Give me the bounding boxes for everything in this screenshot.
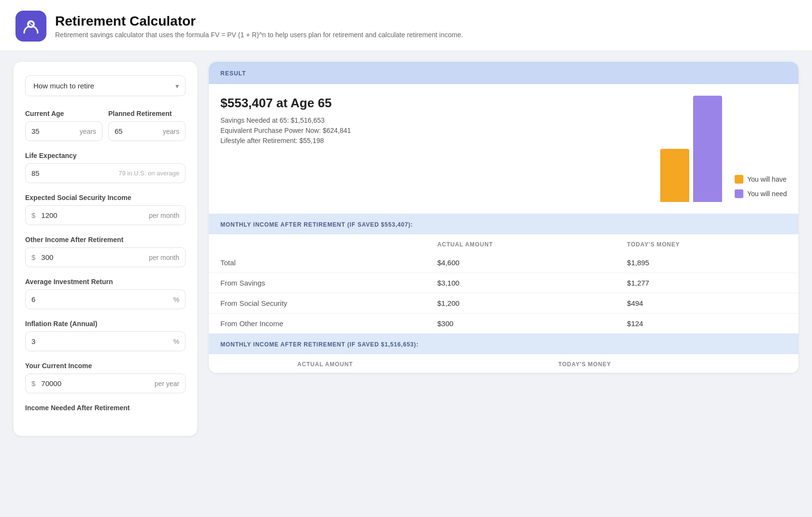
app-subtitle: Retirement savings calculator that uses … xyxy=(55,31,463,39)
chart-legend: You will have You will need xyxy=(735,175,787,202)
life-expectancy-group: Life Expectancy 79 in U.S. on average xyxy=(25,152,186,183)
life-expectancy-input[interactable] xyxy=(26,164,118,183)
inflation-rate-suffix: % xyxy=(174,338,185,345)
income-table-2-col-today: TODAY'S MONEY xyxy=(547,354,798,373)
current-income-input[interactable] xyxy=(35,374,154,393)
header-text: Retirement Calculator Retirement savings… xyxy=(55,14,463,39)
other-income-group: Other Income After Retirement $ per mont… xyxy=(25,236,186,267)
investment-return-input-wrapper: % xyxy=(25,289,186,309)
social-security-suffix: per month xyxy=(149,212,185,219)
social-security-group: Expected Social Security Income $ per mo… xyxy=(25,194,186,225)
result-title: $553,407 at Age 65 xyxy=(220,96,651,111)
income-section-2-label: MONTHLY INCOME AFTER RETIREMENT (IF SAVE… xyxy=(220,341,419,348)
calculator-type-dropdown-container: How much to retire Am I on track? Monthl… xyxy=(25,75,186,96)
calculator-type-select[interactable]: How much to retire Am I on track? Monthl… xyxy=(25,75,186,96)
life-expectancy-label: Life Expectancy xyxy=(25,152,186,159)
income-table-1-col-empty xyxy=(209,234,426,253)
bar-chart xyxy=(660,96,727,202)
app-header: Retirement Calculator Retirement savings… xyxy=(0,0,812,50)
row-label: Total xyxy=(209,253,426,273)
row-today: $124 xyxy=(615,314,798,334)
income-table-2: ACTUAL AMOUNT TODAY'S MONEY xyxy=(209,354,798,373)
income-needed-group: Income Needed After Retirement xyxy=(25,404,186,412)
income-section-1-label: MONTHLY INCOME AFTER RETIREMENT (IF SAVE… xyxy=(220,221,413,228)
current-income-suffix: per year xyxy=(155,380,185,388)
savings-needed-text: Savings Needed at 65: $1,516,653 xyxy=(220,116,651,124)
table-row: From Social Security $1,200 $494 xyxy=(209,293,798,314)
legend-purple-dot xyxy=(735,189,743,198)
planned-retirement-input[interactable] xyxy=(109,122,163,141)
investment-return-suffix: % xyxy=(174,296,185,303)
current-income-prefix: $ xyxy=(26,379,35,388)
current-income-input-wrapper: $ per year xyxy=(25,373,186,393)
current-age-label: Current Age xyxy=(25,110,102,117)
row-today: $1,895 xyxy=(615,253,798,273)
result-text: $553,407 at Age 65 Savings Needed at 65:… xyxy=(220,96,651,147)
income-table-1-col-today: TODAY'S MONEY xyxy=(615,234,798,253)
legend-you-will-have-label: You will have xyxy=(747,175,786,183)
income-section-2-header: MONTHLY INCOME AFTER RETIREMENT (IF SAVE… xyxy=(209,334,798,354)
current-age-input[interactable] xyxy=(26,122,80,141)
result-header-label: RESULT xyxy=(220,70,246,77)
income-table-1-col-actual: ACTUAL AMOUNT xyxy=(426,234,616,253)
chart-container: You will have You will need xyxy=(660,96,787,206)
current-income-label: Your Current Income xyxy=(25,362,186,370)
table-row: From Other Income $300 $124 xyxy=(209,314,798,334)
inflation-rate-group: Inflation Rate (Annual) % xyxy=(25,320,186,351)
legend-you-will-have: You will have xyxy=(735,175,787,184)
social-security-label: Expected Social Security Income xyxy=(25,194,186,201)
bar-you-will-have xyxy=(660,149,689,202)
result-main-section: $553,407 at Age 65 Savings Needed at 65:… xyxy=(209,84,798,214)
life-expectancy-input-wrapper: 79 in U.S. on average xyxy=(25,163,186,183)
row-actual: $3,100 xyxy=(426,273,616,293)
row-today: $1,277 xyxy=(615,273,798,293)
income-section-1: MONTHLY INCOME AFTER RETIREMENT (IF SAVE… xyxy=(209,214,798,334)
result-details: Savings Needed at 65: $1,516,653 Equival… xyxy=(220,116,651,144)
row-label: From Other Income xyxy=(209,314,426,334)
table-row: Total $4,600 $1,895 xyxy=(209,253,798,273)
right-panel: RESULT $553,407 at Age 65 Savings Needed… xyxy=(209,62,798,373)
equivalent-power-text: Equivalent Purchase Power Now: $624,841 xyxy=(220,127,651,134)
planned-retirement-suffix: years xyxy=(163,128,185,135)
social-security-input-wrapper: $ per month xyxy=(25,205,186,225)
result-header: RESULT xyxy=(209,62,798,84)
social-security-prefix: $ xyxy=(26,211,35,219)
age-group: Current Age years Planned Retirement yea… xyxy=(25,110,186,141)
income-section-1-header: MONTHLY INCOME AFTER RETIREMENT (IF SAVE… xyxy=(209,214,798,234)
table-row: From Savings $3,100 $1,277 xyxy=(209,273,798,293)
investment-return-label: Average Investment Return xyxy=(25,278,186,286)
inflation-rate-input[interactable] xyxy=(26,332,174,351)
row-label: From Savings xyxy=(209,273,426,293)
row-actual: $1,200 xyxy=(426,293,616,314)
legend-yellow-dot xyxy=(735,175,743,184)
investment-return-input[interactable] xyxy=(26,290,174,309)
other-income-input-wrapper: $ per month xyxy=(25,247,186,267)
row-today: $494 xyxy=(615,293,798,314)
other-income-label: Other Income After Retirement xyxy=(25,236,186,244)
income-table-2-col-empty xyxy=(209,354,286,373)
income-table-2-col-actual: ACTUAL AMOUNT xyxy=(286,354,547,373)
row-actual: $4,600 xyxy=(426,253,616,273)
current-age-input-wrapper: years xyxy=(25,121,102,141)
income-section-2: MONTHLY INCOME AFTER RETIREMENT (IF SAVE… xyxy=(209,334,798,373)
app-title: Retirement Calculator xyxy=(55,14,463,29)
other-income-prefix: $ xyxy=(26,253,35,261)
income-table-1: ACTUAL AMOUNT TODAY'S MONEY Total $4,600… xyxy=(209,234,798,333)
app-logo xyxy=(15,11,46,42)
social-security-input[interactable] xyxy=(35,206,149,225)
inflation-rate-input-wrapper: % xyxy=(25,331,186,351)
legend-you-will-need-label: You will need xyxy=(747,190,787,198)
investment-return-group: Average Investment Return % xyxy=(25,278,186,309)
planned-retirement-input-wrapper: years xyxy=(108,121,186,141)
current-age-suffix: years xyxy=(80,128,102,135)
inflation-rate-label: Inflation Rate (Annual) xyxy=(25,320,186,328)
lifestyle-after-text: Lifestyle after Retirement: $55,198 xyxy=(220,137,651,144)
row-actual: $300 xyxy=(426,314,616,334)
income-needed-label: Income Needed After Retirement xyxy=(25,404,186,412)
bar-you-will-need xyxy=(693,96,722,202)
other-income-suffix: per month xyxy=(149,254,185,261)
other-income-input[interactable] xyxy=(35,248,149,267)
legend-you-will-need: You will need xyxy=(735,189,787,198)
life-expectancy-hint: 79 in U.S. on average xyxy=(118,170,185,177)
planned-retirement-label: Planned Retirement xyxy=(108,110,186,117)
